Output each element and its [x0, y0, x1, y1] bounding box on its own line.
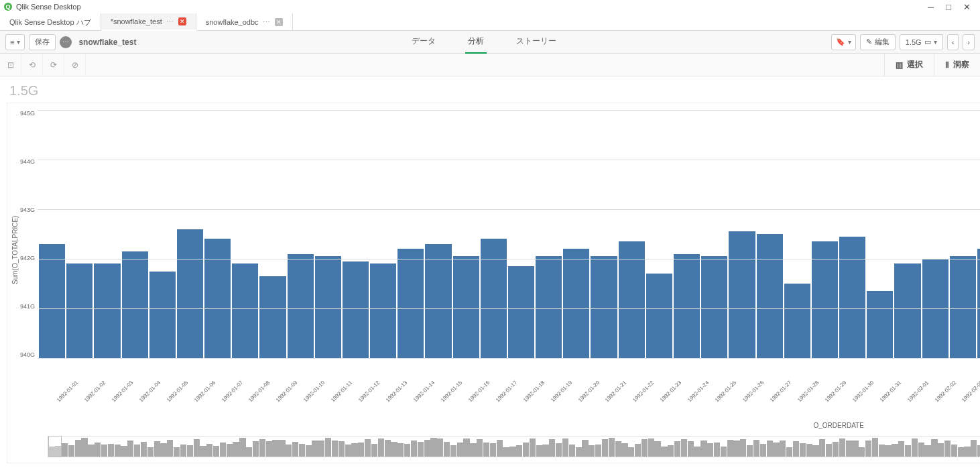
- chart-bar[interactable]: [259, 276, 286, 358]
- clear-selections-icon[interactable]: ⊘: [64, 54, 86, 76]
- x-axis-ticks: 1992-01-011992-01-021992-01-031992-01-04…: [52, 390, 980, 419]
- prev-sheet-button[interactable]: ‹: [947, 34, 959, 50]
- chart-bar[interactable]: [177, 229, 203, 358]
- document-tab[interactable]: *snowflake_test⋯✕: [101, 13, 196, 31]
- chart-overview-scroller[interactable]: [48, 436, 980, 457]
- maximize-icon[interactable]: □: [946, 2, 951, 12]
- next-sheet-button[interactable]: ›: [963, 34, 975, 50]
- chart-bar[interactable]: [674, 254, 700, 358]
- bookmark-button[interactable]: 🔖 ▾: [831, 34, 856, 50]
- chart-bar[interactable]: [950, 256, 976, 358]
- minimize-icon[interactable]: ─: [928, 2, 934, 12]
- chart-bar[interactable]: [508, 266, 534, 358]
- chart-bar[interactable]: [784, 284, 810, 358]
- chart-bar[interactable]: [591, 256, 617, 358]
- tab-close-icon[interactable]: ✕: [275, 18, 283, 26]
- insight-icon: Ⅱ: [945, 60, 949, 70]
- document-tabs: Qlik Sense Desktop ハブ*snowflake_test⋯✕sn…: [0, 13, 980, 31]
- selections-icon: ▥: [896, 60, 903, 70]
- save-button[interactable]: 保存: [29, 34, 56, 50]
- y-axis-label: Sum(O_TOTALPRICE): [10, 110, 20, 390]
- chart-bar[interactable]: [453, 256, 479, 358]
- window-titlebar: Q Qlik Sense Desktop ─ □ ✕: [0, 0, 980, 13]
- tab-close-icon[interactable]: ✕: [178, 17, 186, 25]
- chart-bar[interactable]: [66, 263, 93, 358]
- edit-button[interactable]: ✎ 編集: [860, 34, 896, 50]
- nav-analysis[interactable]: 分析: [465, 30, 487, 54]
- chart-bar[interactable]: [701, 256, 727, 358]
- chart-bar[interactable]: [646, 274, 672, 358]
- app-name: snowflake_test: [78, 38, 136, 47]
- chart-bar[interactable]: [315, 256, 341, 358]
- chart-bar[interactable]: [232, 263, 258, 358]
- insight-button[interactable]: Ⅱ 洞察: [934, 54, 980, 76]
- bar-chart[interactable]: Sum(O_TOTALPRICE) 945G944G943G942G941G94…: [7, 103, 980, 463]
- chart-bar[interactable]: [536, 256, 562, 358]
- selection-bar: ⊡ ⟲ ⟳ ⊘ ▥ 選択 Ⅱ 洞察: [0, 54, 980, 76]
- app-logo-icon: Q: [4, 3, 12, 11]
- chart-bar[interactable]: [288, 254, 314, 358]
- menu-button[interactable]: ≡ ▾: [5, 34, 25, 50]
- x-axis-label: O_ORDERDATE: [7, 419, 980, 432]
- chart-bar[interactable]: [94, 263, 120, 358]
- chart-bar[interactable]: [425, 244, 451, 358]
- nav-story[interactable]: ストーリー: [513, 30, 559, 54]
- chart-bar[interactable]: [122, 251, 148, 358]
- chart-plot-area[interactable]: [38, 110, 980, 358]
- chart-bar[interactable]: [563, 249, 589, 358]
- chart-bar[interactable]: [39, 244, 65, 358]
- chart-bar[interactable]: [397, 249, 424, 358]
- chart-bar[interactable]: [481, 239, 507, 358]
- chart-bar[interactable]: [894, 263, 920, 358]
- chart-bar[interactable]: [370, 263, 396, 358]
- step-forward-icon[interactable]: ⟳: [43, 54, 64, 76]
- overview-handle[interactable]: [48, 436, 62, 457]
- step-back-icon[interactable]: ⟲: [21, 54, 43, 76]
- window-title: Qlik Sense Desktop: [16, 3, 928, 11]
- chart-bar[interactable]: [343, 261, 369, 358]
- close-icon[interactable]: ✕: [963, 2, 971, 12]
- chart-bar[interactable]: [867, 291, 893, 358]
- document-tab[interactable]: snowflake_odbc⋯✕: [196, 13, 293, 31]
- chart-bar[interactable]: [149, 272, 176, 359]
- sheet-area: 1.5G Sum(O_TOTALPRICE) 945G944G943G942G9…: [0, 76, 980, 470]
- chart-bar[interactable]: [977, 249, 980, 358]
- nav-data[interactable]: データ: [409, 30, 438, 54]
- chart-bar[interactable]: [204, 239, 231, 358]
- chart-bar[interactable]: [757, 234, 783, 358]
- app-avatar-icon: ⋯: [60, 36, 72, 48]
- app-toolbar: ≡ ▾ 保存 ⋯ snowflake_test データ 分析 ストーリー 🔖 ▾…: [0, 31, 980, 54]
- smart-search-icon[interactable]: ⊡: [0, 54, 21, 76]
- sheet-title: 1.5G: [7, 80, 980, 103]
- document-tab[interactable]: Qlik Sense Desktop ハブ: [0, 13, 101, 31]
- chart-bar[interactable]: [839, 237, 865, 358]
- y-axis-ticks: 945G944G943G942G941G940G: [20, 110, 38, 358]
- selections-tool-button[interactable]: ▥ 選択: [884, 54, 934, 76]
- sheet-selector[interactable]: 1.5G ▭ ▾: [900, 34, 943, 50]
- chart-bar[interactable]: [729, 231, 755, 358]
